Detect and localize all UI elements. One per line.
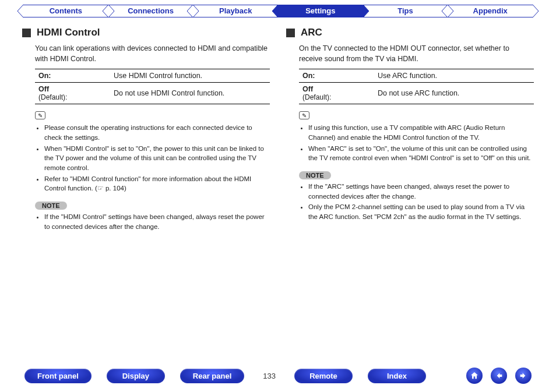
- list-item: Please consult the operating instruction…: [44, 123, 270, 142]
- tab-label: Tips: [397, 6, 413, 15]
- opt-val: Do not use HDMI Control function.: [110, 83, 270, 104]
- tips-list-left: Please consult the operating instruction…: [35, 123, 270, 193]
- list-item: If using this function, use a TV compati…: [308, 123, 534, 142]
- tab-label: Contents: [50, 6, 82, 15]
- tab-label: Connections: [128, 6, 174, 15]
- pencil-icon: ✎: [35, 111, 45, 119]
- tab-label: Settings: [305, 6, 335, 15]
- display-button[interactable]: Display: [107, 369, 165, 383]
- section-heading-hdmi: HDMI Control: [22, 27, 270, 38]
- col-left: HDMI Control You can link operations wit…: [22, 23, 270, 235]
- notes-list-right: If the "ARC" settings have been changed,…: [299, 182, 534, 222]
- section-heading-arc: ARC: [286, 27, 534, 38]
- arrow-left-icon: [494, 371, 504, 380]
- table-row: Off (Default): Do not use ARC function.: [299, 83, 534, 104]
- tab-tips[interactable]: Tips: [363, 5, 448, 17]
- arrow-right-icon: [519, 371, 528, 380]
- opt-key-sub: (Default):: [38, 93, 67, 101]
- opt-key: On:: [302, 72, 315, 80]
- note-badge: NOTE: [35, 202, 67, 210]
- options-table-right: On: Use ARC function. Off (Default): Do …: [299, 69, 534, 104]
- opt-val: Use HDMI Control function.: [110, 69, 270, 83]
- bottom-bar: Front panel Display Rear panel 133 Remot…: [0, 368, 556, 384]
- tab-settings[interactable]: Settings: [278, 5, 363, 17]
- page-number: 133: [259, 372, 279, 380]
- tab-playback[interactable]: Playback: [193, 5, 278, 17]
- top-tabs: Contents Connections Playback Settings T…: [19, 0, 537, 23]
- next-page-button[interactable]: [515, 368, 532, 384]
- content-columns: HDMI Control You can link operations wit…: [19, 23, 537, 235]
- rear-panel-button[interactable]: Rear panel: [180, 369, 244, 383]
- square-bullet-icon: [286, 29, 295, 37]
- lead-text: You can link operations with devices con…: [35, 43, 270, 64]
- index-button[interactable]: Index: [368, 369, 426, 383]
- list-item: Only the PCM 2-channel setting can be us…: [308, 202, 534, 221]
- opt-val: Do not use ARC function.: [374, 83, 534, 104]
- opt-key: Off: [302, 85, 313, 93]
- list-item: When "ARC" is set to "On", the volume of…: [308, 144, 534, 163]
- remote-button[interactable]: Remote: [294, 369, 353, 383]
- table-row: On: Use HDMI Control function.: [35, 69, 270, 83]
- home-icon: [470, 371, 479, 380]
- list-item: When "HDMI Control" is set to "On", the …: [44, 144, 270, 173]
- opt-key: On:: [38, 72, 51, 80]
- pencil-icon: ✎: [299, 111, 309, 119]
- opt-val: Use ARC function.: [374, 69, 534, 83]
- tab-appendix[interactable]: Appendix: [448, 5, 533, 17]
- table-row: On: Use ARC function.: [299, 69, 534, 83]
- col-right: ARC On the TV connected to the HDMI OUT …: [286, 23, 534, 235]
- opt-key-sub: (Default):: [302, 93, 331, 101]
- options-table-left: On: Use HDMI Control function. Off (Defa…: [35, 69, 270, 104]
- front-panel-button[interactable]: Front panel: [24, 369, 92, 383]
- list-item-text: Refer to "HDMI Control function" for mor…: [44, 175, 251, 192]
- nav-buttons: [463, 368, 532, 384]
- home-button[interactable]: [466, 368, 483, 384]
- tab-connections[interactable]: Connections: [108, 5, 193, 17]
- notes-list-left: If the "HDMI Control" settings have been…: [35, 212, 270, 231]
- heading-text: ARC: [301, 27, 322, 38]
- list-item: Refer to "HDMI Control function" for mor…: [44, 174, 270, 193]
- square-bullet-icon: [22, 29, 31, 37]
- opt-key: Off: [38, 85, 49, 93]
- lead-text: On the TV connected to the HDMI OUT conn…: [299, 43, 534, 64]
- tips-list-right: If using this function, use a TV compati…: [299, 123, 534, 163]
- tab-label: Appendix: [473, 6, 508, 15]
- tab-contents[interactable]: Contents: [23, 5, 108, 17]
- heading-text: HDMI Control: [37, 27, 100, 38]
- list-item: If the "ARC" settings have been changed,…: [308, 182, 534, 201]
- prev-page-button[interactable]: [491, 368, 507, 384]
- table-row: Off (Default): Do not use HDMI Control f…: [35, 83, 270, 104]
- tab-label: Playback: [219, 6, 252, 15]
- list-item: If the "HDMI Control" settings have been…: [44, 212, 270, 231]
- note-badge: NOTE: [299, 171, 331, 179]
